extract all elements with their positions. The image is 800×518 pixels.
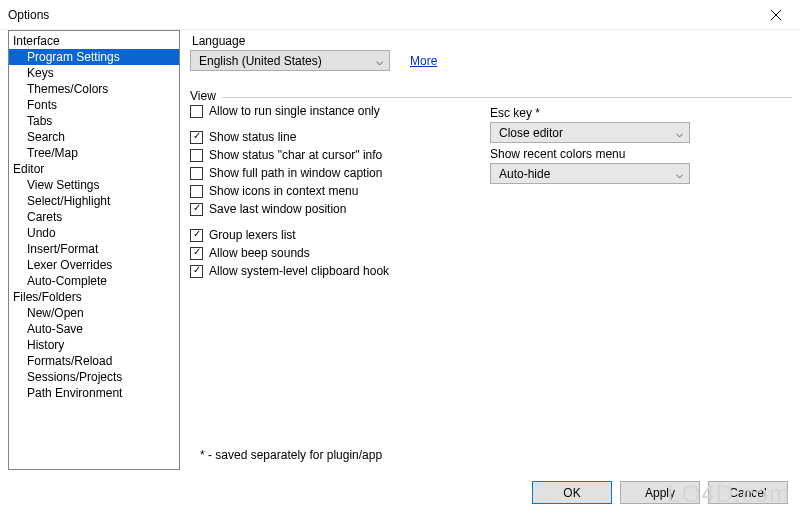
tree-node[interactable]: Path Environment xyxy=(9,385,179,401)
checkbox[interactable] xyxy=(190,265,203,278)
window-title: Options xyxy=(8,8,758,22)
checkbox-label: Show full path in window caption xyxy=(209,166,382,180)
view-group-label: View xyxy=(190,89,222,103)
tree-node[interactable]: Program Settings xyxy=(9,49,179,65)
tree-node[interactable]: Lexer Overrides xyxy=(9,257,179,273)
footnote: * - saved separately for plugin/app xyxy=(200,448,382,462)
tree-node[interactable]: Keys xyxy=(9,65,179,81)
view-checks: Allow to run single instance onlyShow st… xyxy=(190,102,440,280)
tree-node[interactable]: Editor xyxy=(9,161,179,177)
tree-node[interactable]: Formats/Reload xyxy=(9,353,179,369)
esc-key-combo[interactable]: Close editor ⌵ xyxy=(490,122,690,143)
chevron-down-icon: ⌵ xyxy=(676,167,683,181)
close-button[interactable] xyxy=(758,3,794,27)
dialog-buttons: OK Apply Cancel xyxy=(532,481,788,504)
close-icon xyxy=(771,10,781,20)
tree-node[interactable]: Search xyxy=(9,129,179,145)
checkbox[interactable] xyxy=(190,185,203,198)
tree-node[interactable]: New/Open xyxy=(9,305,179,321)
chevron-down-icon: ⌵ xyxy=(376,54,383,68)
checkbox-row[interactable]: Allow to run single instance only xyxy=(190,102,440,120)
tree-node[interactable]: Auto-Save xyxy=(9,321,179,337)
options-dialog: Options InterfaceProgram SettingsKeysThe… xyxy=(0,0,800,518)
tree-node[interactable]: Tabs xyxy=(9,113,179,129)
language-label: Language xyxy=(190,34,792,48)
recent-colors-label: Show recent colors menu xyxy=(490,147,780,161)
checkbox-label: Show status line xyxy=(209,130,296,144)
tree-node[interactable]: View Settings xyxy=(9,177,179,193)
checkbox-label: Allow to run single instance only xyxy=(209,104,380,118)
ok-button[interactable]: OK xyxy=(532,481,612,504)
checkbox[interactable] xyxy=(190,131,203,144)
view-group: View Allow to run single instance onlySh… xyxy=(190,97,792,280)
checkbox-row[interactable]: Show status "char at cursor" info xyxy=(190,146,440,164)
checkbox[interactable] xyxy=(190,149,203,162)
tree-node[interactable]: Fonts xyxy=(9,97,179,113)
esc-key-value: Close editor xyxy=(499,126,563,140)
checkbox-row[interactable]: Show icons in context menu xyxy=(190,182,440,200)
spacer xyxy=(190,120,440,128)
tree-node[interactable]: Select/Highlight xyxy=(9,193,179,209)
checkbox-row[interactable]: Show status line xyxy=(190,128,440,146)
apply-button[interactable]: Apply xyxy=(620,481,700,504)
cancel-button[interactable]: Cancel xyxy=(708,481,788,504)
checkbox-label: Allow system-level clipboard hook xyxy=(209,264,389,278)
checkbox[interactable] xyxy=(190,229,203,242)
tree-node[interactable]: Insert/Format xyxy=(9,241,179,257)
checkbox-row[interactable]: Allow beep sounds xyxy=(190,244,440,262)
settings-panel: Language English (United States) ⌵ More … xyxy=(190,30,792,470)
checkbox-row[interactable]: Show full path in window caption xyxy=(190,164,440,182)
checkbox[interactable] xyxy=(190,105,203,118)
checkbox-row[interactable]: Save last window position xyxy=(190,200,440,218)
checkbox-label: Allow beep sounds xyxy=(209,246,310,260)
spacer xyxy=(190,218,440,226)
checkbox-row[interactable]: Group lexers list xyxy=(190,226,440,244)
checkbox-label: Save last window position xyxy=(209,202,346,216)
checkbox-label: Group lexers list xyxy=(209,228,296,242)
checkbox-label: Show status "char at cursor" info xyxy=(209,148,382,162)
more-link[interactable]: More xyxy=(410,54,437,68)
category-tree[interactable]: InterfaceProgram SettingsKeysThemes/Colo… xyxy=(8,30,180,470)
esc-key-label: Esc key * xyxy=(490,106,780,120)
checkbox-row[interactable]: Allow system-level clipboard hook xyxy=(190,262,440,280)
tree-node[interactable]: Sessions/Projects xyxy=(9,369,179,385)
recent-colors-combo[interactable]: Auto-hide ⌵ xyxy=(490,163,690,184)
checkbox[interactable] xyxy=(190,203,203,216)
tree-node[interactable]: Themes/Colors xyxy=(9,81,179,97)
titlebar: Options xyxy=(0,0,800,30)
tree-node[interactable]: Interface xyxy=(9,33,179,49)
checkbox-label: Show icons in context menu xyxy=(209,184,358,198)
tree-node[interactable]: Carets xyxy=(9,209,179,225)
chevron-down-icon: ⌵ xyxy=(676,126,683,140)
language-combo[interactable]: English (United States) ⌵ xyxy=(190,50,390,71)
language-value: English (United States) xyxy=(199,54,322,68)
tree-node[interactable]: Tree/Map xyxy=(9,145,179,161)
tree-node[interactable]: Undo xyxy=(9,225,179,241)
tree-node[interactable]: Files/Folders xyxy=(9,289,179,305)
checkbox[interactable] xyxy=(190,167,203,180)
tree-node[interactable]: Auto-Complete xyxy=(9,273,179,289)
recent-colors-value: Auto-hide xyxy=(499,167,550,181)
tree-node[interactable]: History xyxy=(9,337,179,353)
checkbox[interactable] xyxy=(190,247,203,260)
